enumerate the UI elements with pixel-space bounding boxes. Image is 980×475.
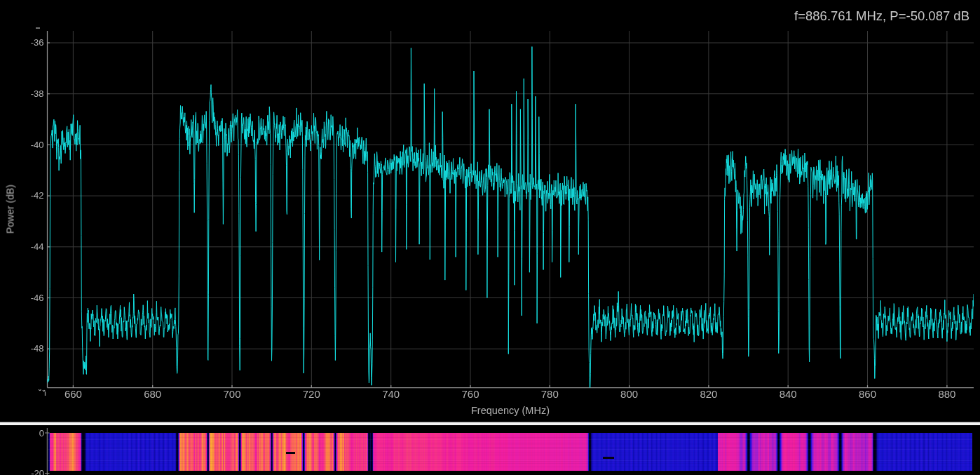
svg-text:Frequency (MHz): Frequency (MHz) [471,405,550,416]
svg-text:680: 680 [144,388,161,400]
svg-text:-38: -38 [31,88,44,99]
svg-text:860: 860 [859,388,876,400]
svg-text:780: 780 [541,388,559,400]
svg-text:-40: -40 [31,140,44,150]
svg-text:720: 720 [303,388,320,400]
svg-text:0: 0 [39,428,44,439]
svg-text:-36: -36 [31,37,44,48]
svg-text:840: 840 [780,388,797,400]
svg-text:f=886.761 MHz, P=-50.087 dB: f=886.761 MHz, P=-50.087 dB [794,8,969,23]
svg-text:660: 660 [64,388,82,400]
svg-text:880: 880 [938,388,955,400]
svg-text:-44: -44 [31,241,44,252]
svg-text:Power (dB): Power (dB) [5,185,16,234]
svg-text:760: 760 [461,388,479,400]
svg-text:-42: -42 [31,190,44,201]
svg-text:-20: -20 [31,468,44,475]
svg-text:700: 700 [223,388,240,400]
svg-text:-46: -46 [31,293,44,303]
svg-text:740: 740 [382,388,400,400]
svg-text:800: 800 [620,388,638,400]
svg-text:820: 820 [700,388,717,400]
svg-text:-48: -48 [31,343,44,354]
